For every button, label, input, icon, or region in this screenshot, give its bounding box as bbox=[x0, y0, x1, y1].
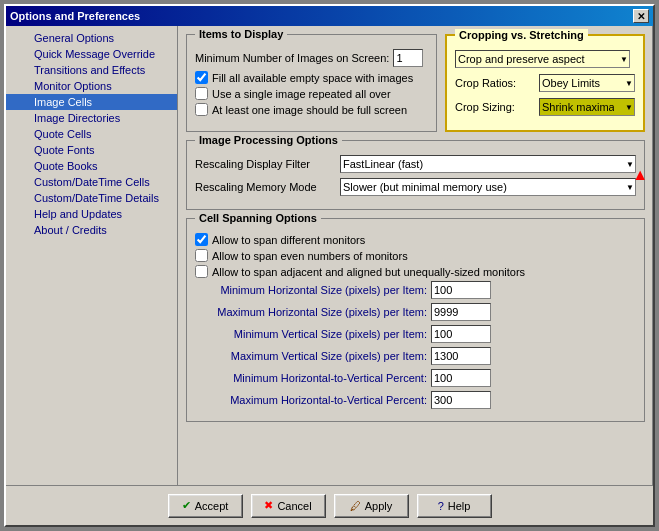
apply-label: Apply bbox=[365, 500, 393, 512]
min-horiz-label: Minimum Horizontal Size (pixels) per Ite… bbox=[207, 284, 427, 296]
crop-ratios-row: Crop Ratios: Obey Limits Ignore Limits bbox=[455, 74, 635, 92]
rescaling-memory-label: Rescaling Memory Mode bbox=[195, 181, 340, 193]
sidebar-item-monitor[interactable]: Monitor Options bbox=[6, 78, 177, 94]
cropping-group: Cropping vs. Stretching Crop and preserv… bbox=[445, 34, 645, 132]
sidebar-item-image-cells[interactable]: Image Cells bbox=[6, 94, 177, 110]
sidebar-item-custom-datetime-details[interactable]: Custom/DateTime Details bbox=[6, 190, 177, 206]
fill-all-label: Fill all available empty space with imag… bbox=[212, 72, 413, 84]
rescaling-memory-row: Rescaling Memory Mode Slower (but minima… bbox=[195, 178, 636, 196]
max-hv-input[interactable] bbox=[431, 391, 491, 409]
sidebar-item-quote-books[interactable]: Quote Books bbox=[6, 158, 177, 174]
max-horiz-label: Maximum Horizontal Size (pixels) per Ite… bbox=[207, 306, 427, 318]
arrow-indicator: ▲ bbox=[632, 166, 648, 184]
sidebar: General Options Quick Message Override T… bbox=[6, 26, 178, 485]
min-images-input[interactable] bbox=[393, 49, 423, 67]
accept-button[interactable]: ✔ Accept bbox=[168, 494, 243, 518]
max-hv-row: Maximum Horizontal-to-Vertical Percent: bbox=[195, 391, 636, 409]
cancel-button[interactable]: ✖ Cancel bbox=[251, 494, 326, 518]
crop-sizing-select[interactable]: Shrink maximally Shrink minimally Expand… bbox=[539, 98, 635, 116]
apply-icon: 🖊 bbox=[350, 500, 361, 512]
min-horiz-row: Minimum Horizontal Size (pixels) per Ite… bbox=[195, 281, 636, 299]
sidebar-item-help-updates[interactable]: Help and Updates bbox=[6, 206, 177, 222]
crop-ratios-label: Crop Ratios: bbox=[455, 77, 535, 89]
crop-ratios-wrapper: Obey Limits Ignore Limits bbox=[539, 74, 635, 92]
sidebar-item-quote-cells[interactable]: Quote Cells bbox=[6, 126, 177, 142]
at-least-one-row: At least one image should be full screen bbox=[195, 103, 428, 116]
min-hv-row: Minimum Horizontal-to-Vertical Percent: bbox=[195, 369, 636, 387]
sidebar-item-about[interactable]: About / Credits bbox=[6, 222, 177, 238]
span-diff-row: Allow to span different monitors bbox=[195, 233, 636, 246]
crop-ratios-select[interactable]: Obey Limits Ignore Limits bbox=[539, 74, 635, 92]
rescaling-filter-wrapper: FastLinear (fast) Linear Cubic Lanczos bbox=[340, 155, 636, 173]
max-vert-input[interactable] bbox=[431, 347, 491, 365]
top-section: Items to Display Minimum Number of Image… bbox=[186, 34, 645, 140]
span-even-label: Allow to span even numbers of monitors bbox=[212, 250, 408, 262]
sidebar-item-quick-message[interactable]: Quick Message Override bbox=[6, 46, 177, 62]
cell-spanning-title: Cell Spanning Options bbox=[195, 212, 321, 224]
span-adjacent-checkbox[interactable] bbox=[195, 265, 208, 278]
single-image-row: Use a single image repeated all over bbox=[195, 87, 428, 100]
items-to-display-group: Items to Display Minimum Number of Image… bbox=[186, 34, 437, 132]
options-dialog: Options and Preferences ✕ General Option… bbox=[4, 4, 655, 527]
rescaling-memory-wrapper: Slower (but minimal memory use) Faster (… bbox=[340, 178, 636, 196]
min-hv-input[interactable] bbox=[431, 369, 491, 387]
cell-spanning-group: Cell Spanning Options Allow to span diff… bbox=[186, 218, 645, 422]
sidebar-item-custom-datetime[interactable]: Custom/DateTime Cells bbox=[6, 174, 177, 190]
crop-preserve-wrapper: Crop and preserve aspect Stretch to fill… bbox=[455, 50, 630, 68]
image-processing-group: Image Processing Options Rescaling Displ… bbox=[186, 140, 645, 210]
image-processing-title: Image Processing Options bbox=[195, 134, 342, 146]
min-hv-label: Minimum Horizontal-to-Vertical Percent: bbox=[207, 372, 427, 384]
max-horiz-row: Maximum Horizontal Size (pixels) per Ite… bbox=[195, 303, 636, 321]
apply-button[interactable]: 🖊 Apply bbox=[334, 494, 409, 518]
cancel-icon: ✖ bbox=[264, 499, 273, 512]
sidebar-item-transitions[interactable]: Transitions and Effects bbox=[6, 62, 177, 78]
fill-all-row: Fill all available empty space with imag… bbox=[195, 71, 428, 84]
sidebar-item-image-dirs[interactable]: Image Directories bbox=[6, 110, 177, 126]
help-button[interactable]: ? Help bbox=[417, 494, 492, 518]
sidebar-item-general-options[interactable]: General Options bbox=[6, 30, 177, 46]
at-least-one-checkbox[interactable] bbox=[195, 103, 208, 116]
span-diff-checkbox[interactable] bbox=[195, 233, 208, 246]
title-bar: Options and Preferences ✕ bbox=[6, 6, 653, 26]
min-images-label: Minimum Number of Images on Screen: bbox=[195, 52, 389, 64]
span-even-row: Allow to span even numbers of monitors bbox=[195, 249, 636, 262]
sidebar-item-quote-fonts[interactable]: Quote Fonts bbox=[6, 142, 177, 158]
rescaling-filter-label: Rescaling Display Filter bbox=[195, 158, 340, 170]
rescaling-filter-row: Rescaling Display Filter FastLinear (fas… bbox=[195, 155, 636, 173]
span-diff-label: Allow to span different monitors bbox=[212, 234, 365, 246]
help-label: Help bbox=[448, 500, 471, 512]
accept-icon: ✔ bbox=[182, 499, 191, 512]
accept-label: Accept bbox=[195, 500, 229, 512]
crop-preserve-select[interactable]: Crop and preserve aspect Stretch to fill… bbox=[455, 50, 630, 68]
help-icon: ? bbox=[438, 500, 444, 512]
span-adjacent-label: Allow to span adjacent and aligned but u… bbox=[212, 266, 525, 278]
cropping-title: Cropping vs. Stretching bbox=[455, 29, 588, 41]
min-vert-input[interactable] bbox=[431, 325, 491, 343]
crop-sizing-label: Crop Sizing: bbox=[455, 101, 535, 113]
bottom-bar: ✔ Accept ✖ Cancel 🖊 Apply ? Help bbox=[6, 485, 653, 525]
items-to-display-title: Items to Display bbox=[195, 28, 287, 40]
crop-preserve-row: Crop and preserve aspect Stretch to fill… bbox=[455, 50, 635, 68]
max-vert-label: Maximum Vertical Size (pixels) per Item: bbox=[207, 350, 427, 362]
window-title: Options and Preferences bbox=[10, 10, 140, 22]
min-vert-row: Minimum Vertical Size (pixels) per Item: bbox=[195, 325, 636, 343]
main-panel: Items to Display Minimum Number of Image… bbox=[178, 26, 653, 485]
min-vert-label: Minimum Vertical Size (pixels) per Item: bbox=[207, 328, 427, 340]
min-images-row: Minimum Number of Images on Screen: bbox=[195, 49, 428, 67]
single-image-label: Use a single image repeated all over bbox=[212, 88, 391, 100]
span-adjacent-row: Allow to span adjacent and aligned but u… bbox=[195, 265, 636, 278]
content-area: General Options Quick Message Override T… bbox=[6, 26, 653, 485]
span-even-checkbox[interactable] bbox=[195, 249, 208, 262]
crop-sizing-wrapper: Shrink maximally Shrink minimally Expand… bbox=[539, 98, 635, 116]
fill-all-checkbox[interactable] bbox=[195, 71, 208, 84]
max-horiz-input[interactable] bbox=[431, 303, 491, 321]
rescaling-memory-select[interactable]: Slower (but minimal memory use) Faster (… bbox=[340, 178, 636, 196]
rescaling-filter-select[interactable]: FastLinear (fast) Linear Cubic Lanczos bbox=[340, 155, 636, 173]
single-image-checkbox[interactable] bbox=[195, 87, 208, 100]
at-least-one-label: At least one image should be full screen bbox=[212, 104, 407, 116]
close-button[interactable]: ✕ bbox=[633, 9, 649, 23]
cancel-label: Cancel bbox=[277, 500, 311, 512]
min-horiz-input[interactable] bbox=[431, 281, 491, 299]
max-vert-row: Maximum Vertical Size (pixels) per Item: bbox=[195, 347, 636, 365]
max-hv-label: Maximum Horizontal-to-Vertical Percent: bbox=[207, 394, 427, 406]
